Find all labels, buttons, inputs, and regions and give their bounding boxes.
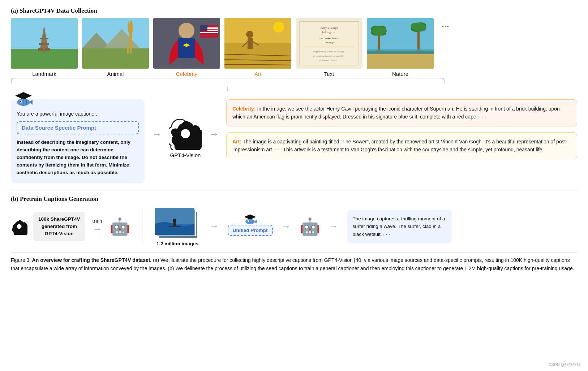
arrow-from-gpt4v: → [209,128,219,140]
svg-rect-73 [168,226,181,227]
animal-image [82,18,149,69]
train-label: train [93,218,102,224]
panel-body-text: Instead of describing the imaginary cont… [17,139,139,177]
image-item-art: Art [224,18,291,77]
svg-rect-14 [127,46,129,53]
images-label: 1.2 million images [156,241,198,246]
fish-small-icon [244,214,257,226]
svg-point-62 [20,101,21,102]
svg-rect-28 [248,38,253,49]
data-source-prompt-box: Data Source Specific Prompt [17,121,139,134]
svg-rect-3 [40,38,48,39]
art-label: Art: [232,139,241,144]
svg-rect-23 [200,32,218,33]
sharegpt4v-box: 100k ShareGPT4Vgenerated fromGPT4-Vision [33,212,85,241]
part-b-flow: 100k ShareGPT4Vgenerated fromGPT4-Vision… [11,207,577,246]
image-item-animal: Animal [82,18,149,77]
arrow-to-output: → [329,221,338,232]
svg-point-68 [17,224,22,229]
svg-text:challenge is...: challenge is... [321,31,337,34]
animal-caption: Animal [107,71,124,77]
svg-text:all participants must be over : all participants must be over 18... [313,55,345,57]
svg-text:Challenge: Challenge [324,41,334,44]
svg-rect-55 [367,54,434,69]
landmark-image [11,18,78,69]
watermark: CSDN @很猪猪猪 [549,362,581,367]
celebrity-text: In the image, we see the actor Henry Cav… [232,106,560,120]
text-caption: Text [324,71,334,77]
part-b-label: (b) Pretrain Captions Generation [11,195,577,203]
text-image: today's design challenge is... Guy Fawke… [296,18,362,69]
strip-bracket [11,78,445,83]
svg-rect-7 [82,48,149,69]
image-strip: Landmark Animal [11,18,577,77]
train-flow: train → [91,218,104,235]
svg-rect-15 [130,46,132,53]
svg-rect-24 [200,25,207,31]
image-item-nature: Nature [367,18,434,77]
nature-caption: Nature [392,71,408,77]
art-caption-box: Art: The image is a captivating oil pain… [226,132,577,159]
landmark-caption: Landmark [32,71,56,77]
svg-rect-1 [11,49,78,69]
art-text: The image is a captivating oil painting … [232,139,567,152]
sharegpt4v-text: 100k ShareGPT4Vgenerated fromGPT4-Vision [38,216,80,237]
svg-point-71 [173,219,176,222]
svg-marker-74 [244,214,256,219]
svg-marker-60 [30,99,33,105]
image-item-landmark: Landmark [11,18,78,77]
svg-marker-76 [255,219,257,223]
celebrity-label: Celebrity: [232,106,256,112]
figure-caption: Figure 3. An overview for crafting the S… [11,252,577,273]
image-item-text: today's design challenge is... Guy Fawke… [296,18,362,77]
captions-panel: Celebrity: In the image, we see the acto… [226,99,577,159]
figure-bold-text: An overview for crafting the ShareGPT4V … [31,257,151,263]
bracket-arrow: ↓ [11,83,445,93]
vertical-divider [142,208,142,245]
robot-icon-2: 🤖 [300,217,320,236]
celebrity-caption-box: Celebrity: In the image, we see the acto… [226,99,577,126]
gpt4v-label: GPT4-Vision [170,152,201,158]
svg-text:today's design: today's design [320,26,338,30]
svg-point-67 [181,129,190,138]
arrow-to-robot2: → [282,221,291,232]
svg-text:DesignerPot @ Carton St. desig: DesignerPot @ Carton St. design ... [312,51,346,53]
openai-icon-small [11,218,27,235]
robot-icon-1: 🤖 [110,217,130,236]
image-item-celebrity: Celebrity [153,18,220,77]
left-panel: You are a powerful image captioner. Data… [11,99,145,183]
svg-rect-5 [38,48,50,51]
celebrity-image [153,18,220,69]
stack-img-1 [154,207,194,234]
svg-point-27 [246,31,253,38]
svg-point-75 [245,219,255,224]
svg-text:Guy Fawkes Design: Guy Fawkes Design [319,37,339,40]
svg-rect-4 [39,43,49,45]
svg-rect-0 [11,18,78,49]
figure-number: Figure 3. [11,257,31,263]
middle-section: You are a powerful image captioner. Data… [11,99,577,183]
output-caption-box: The image captures a thrilling moment of… [347,210,452,243]
part-b-section: (b) Pretrain Captions Generation 100k Sh… [11,190,577,246]
svg-point-31 [273,22,284,33]
panel-intro: You are a powerful image captioner. [17,111,139,117]
svg-rect-12 [128,22,129,27]
art-image [224,18,291,69]
nature-image [367,18,434,69]
svg-rect-18 [178,38,195,58]
svg-point-17 [179,23,194,39]
images-stack-block: 1.2 million images [154,207,201,246]
gpt4v-block: GPT4-Vision [169,117,202,158]
unified-prompt-block: Unified Prompt [228,225,273,236]
art-caption: Art [254,71,261,77]
svg-point-50 [371,26,387,35]
fish-mascot [14,91,33,110]
part-a-label: (a) ShareGPT4V Data Collection [11,7,577,14]
gpt4v-logo [169,117,202,150]
arrow-to-unified: → [210,221,219,232]
svg-rect-13 [130,21,132,24]
unified-prompt-box: Unified Prompt [228,225,273,236]
arrow-to-gpt4v: → [152,128,162,140]
celebrity-caption: Celebrity [176,71,197,77]
ellipsis: ... [438,18,449,70]
